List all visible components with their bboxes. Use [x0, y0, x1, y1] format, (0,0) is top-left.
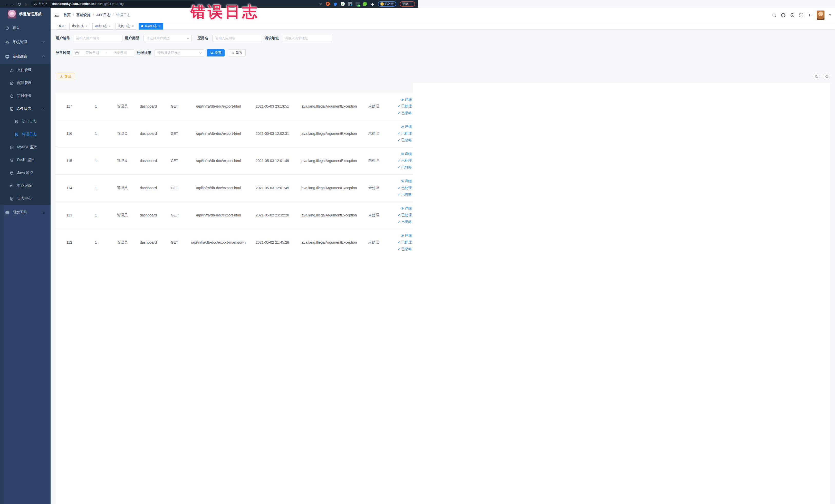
sidebar-item[interactable]: 日志中心 — [0, 192, 50, 205]
extension-icon-orange[interactable] — [326, 2, 330, 6]
ignored-link[interactable]: ✓已忽略 — [385, 137, 412, 143]
processed-link[interactable]: ✓已处理 — [385, 212, 412, 219]
active-dot — [141, 25, 143, 27]
extension-icon-switch-on[interactable] — [355, 2, 360, 6]
ignored-link[interactable]: ✓已忽略 — [385, 246, 412, 252]
cell-user-type: 管理员 — [109, 93, 135, 120]
app-logo[interactable]: 芋道管理系统 — [0, 8, 50, 21]
browser-home-button[interactable]: ⌂ — [23, 2, 29, 6]
tag-view-item[interactable]: 访问日志 × — [116, 23, 136, 29]
tag-close-icon[interactable]: × — [132, 25, 134, 28]
browser-back-button[interactable]: ← — [3, 2, 9, 6]
sidebar-item[interactable]: 配置管理 — [0, 77, 50, 89]
tag-view-item[interactable]: 错误日志 × — [139, 23, 163, 29]
detail-link[interactable]: 详细 — [385, 233, 412, 239]
cell-method: GET — [161, 202, 188, 229]
sidebar-item[interactable]: Redis 监控 — [0, 154, 50, 166]
cell-user-type: 管理员 — [109, 174, 135, 202]
extensions-puzzle-icon[interactable] — [370, 2, 374, 6]
detail-link[interactable]: 详细 — [385, 123, 412, 130]
reset-button[interactable]: 重置 — [228, 49, 246, 57]
date-range-picker[interactable]: 开始日期 - 结束日期 — [73, 49, 134, 57]
sidebar-toggle-button[interactable] — [54, 13, 59, 18]
table-header-cell — [109, 83, 135, 93]
sidebar-item[interactable]: Java 监控 — [0, 166, 50, 179]
export-button[interactable]: 导出 — [56, 73, 75, 80]
cell-request-url: /api/infra/db-doc/export-html — [188, 120, 249, 147]
tag-close-icon[interactable]: × — [86, 25, 87, 28]
browser-menu-icon[interactable]: ⋮ — [409, 2, 412, 6]
top-navbar: 首页/基础设施/API 日志/错误日志 — [50, 8, 418, 23]
sidebar-item[interactable]: 链路追踪 — [0, 179, 50, 192]
sidebar-item[interactable]: 基础设施 — [0, 49, 50, 64]
processed-link[interactable]: ✓已处理 — [385, 185, 412, 191]
tag-label: 定时任务 — [72, 24, 84, 28]
gear-icon — [5, 40, 9, 44]
user-id-input[interactable]: 请输入用户编号 — [73, 35, 122, 42]
tag-view-item[interactable]: 首页 — [56, 23, 67, 29]
sidebar-item[interactable]: 首页 — [0, 21, 50, 35]
ignored-link[interactable]: ✓已忽略 — [385, 191, 412, 198]
sidebar-item[interactable]: 访问日志 — [0, 115, 50, 128]
chrome-update-chip[interactable]: 更新 ⋮ — [400, 1, 415, 7]
ignored-link[interactable]: ✓已忽略 — [385, 164, 412, 171]
breadcrumb-separator: / — [73, 13, 74, 17]
detail-link[interactable]: 详细 — [385, 96, 412, 103]
ignored-link[interactable]: ✓已忽略 — [385, 109, 412, 116]
sidebar-item[interactable]: API 日志 — [0, 102, 50, 115]
profile-emoji-avatar — [381, 2, 384, 6]
breadcrumb-link[interactable]: 基础设施 — [76, 13, 90, 17]
browser-reload-button[interactable] — [16, 2, 23, 6]
processed-link[interactable]: ✓已处理 — [385, 157, 412, 164]
process-status-select[interactable]: 请选择处理状态 — [155, 49, 204, 57]
processed-link[interactable]: ✓已处理 — [385, 103, 412, 109]
cell-method: GET — [161, 93, 188, 120]
tag-view-item[interactable]: 定时任务 × — [69, 23, 90, 29]
ignored-link[interactable]: ✓已忽略 — [385, 219, 412, 225]
cell-log-id: 115 — [56, 147, 83, 174]
bookmark-star-icon[interactable]: ☆ — [319, 2, 322, 6]
breadcrumb-link[interactable]: API 日志 — [96, 13, 110, 17]
request-url-input[interactable]: 请输入请求地址 — [282, 35, 332, 42]
tag-close-icon[interactable]: × — [159, 25, 160, 28]
detail-link[interactable]: 详细 — [385, 178, 412, 185]
puzzle-icon — [370, 2, 374, 6]
tag-close-icon[interactable]: × — [109, 25, 110, 28]
sidebar-item[interactable]: 错误日志 — [0, 128, 50, 141]
extension-icon-shield[interactable] — [333, 2, 337, 6]
cell-exception-time: 2021-05-02 23:32:28 — [249, 202, 296, 229]
sidebar-item[interactable]: 研发工具 — [0, 205, 50, 219]
page-content: 用户编号 请输入用户编号 用户类型 请选择用户类型 应用名 请输入应用名 请求地… — [50, 30, 418, 252]
not-secure-warning-icon — [34, 2, 37, 6]
cell-request-url: /api/infra/db-doc/export-markdown — [188, 229, 249, 252]
cell-user-type: 管理员 — [109, 229, 135, 252]
browser-forward-button[interactable]: → — [9, 2, 16, 6]
app-name-input[interactable]: 请输入应用名 — [212, 35, 262, 42]
profile-paused-chip[interactable]: 已暂停 — [378, 1, 396, 7]
app-title: 芋道管理系统 — [19, 12, 42, 17]
detail-link[interactable]: 详细 — [385, 151, 412, 157]
processed-link[interactable]: ✓已处理 — [385, 239, 412, 246]
user-type-select[interactable]: 请选择用户类型 — [143, 35, 192, 42]
detail-link[interactable]: 详细 — [385, 205, 412, 212]
security-label: 不安全 — [39, 2, 47, 6]
search-icon — [210, 52, 213, 55]
tag-label: 首页 — [58, 24, 64, 28]
breadcrumb-link[interactable]: 首页 — [63, 13, 70, 17]
processed-link[interactable]: ✓已处理 — [385, 130, 412, 137]
sidebar-item[interactable]: MySQL 监控 — [0, 141, 50, 154]
url-bar[interactable]: 不安全 dashboard.yudao.iocoder.cn/infra/log… — [31, 1, 195, 7]
tag-label: 错误日志 — [145, 24, 157, 28]
cell-method: GET — [161, 120, 188, 147]
sidebar-item[interactable]: 定时任务 — [0, 89, 50, 102]
tag-view-item[interactable]: 调度日志 × — [93, 23, 113, 29]
extension-icon-leaf[interactable] — [363, 2, 367, 6]
sidebar-item[interactable]: 文件管理 — [0, 64, 50, 77]
search-button[interactable]: 搜索 — [207, 49, 225, 57]
cell-exception-name: java.lang.IllegalArgumentException — [296, 202, 362, 229]
browser-chrome: ← → ⌂ 不安全 dashboard.yudao.iocoder.cn/inf… — [0, 0, 418, 8]
breadcrumb-link[interactable]: 错误日志 — [116, 13, 130, 17]
extension-icon-grid[interactable] — [348, 2, 352, 6]
extension-icon-vue-devtools[interactable]: V — [341, 2, 345, 6]
sidebar-item[interactable]: 系统管理 — [0, 35, 50, 49]
